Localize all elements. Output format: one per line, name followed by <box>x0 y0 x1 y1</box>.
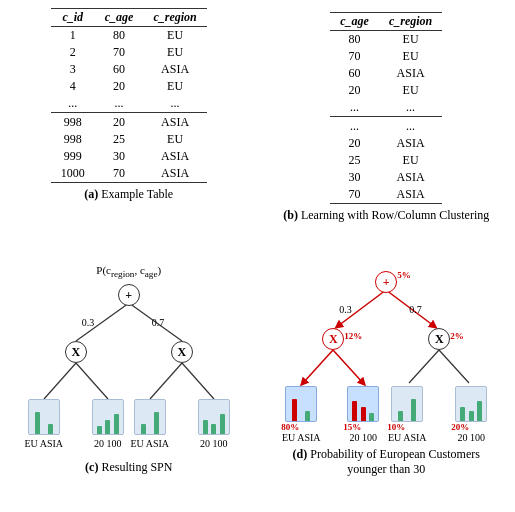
spn-diagram-d: + 5% 0.3 0.7 X X 12% 2% <box>271 268 501 443</box>
table-row: 60ASIA <box>330 65 442 82</box>
weight-right-d: 0.7 <box>409 304 422 315</box>
panel-a-label: (a) Example Table <box>84 187 173 202</box>
pct-leaf-20: 20% <box>451 422 469 432</box>
leaf-eu-left-d <box>285 386 317 422</box>
table-row: 270EU <box>51 44 207 61</box>
weight-right-c: 0.7 <box>152 317 165 328</box>
svg-line-4 <box>150 363 182 399</box>
panel-c-label: (c) Resulting SPN <box>85 460 172 475</box>
table-row: 80EU <box>330 31 442 49</box>
table-row: 360ASIA <box>51 61 207 78</box>
leaf-age-left <box>92 399 124 435</box>
svg-line-2 <box>44 363 76 399</box>
pct-leaf-10: 10% <box>387 422 405 432</box>
col-cregion-b: c_region <box>379 13 442 31</box>
svg-line-9 <box>333 350 363 383</box>
leaf-age-right <box>198 399 230 435</box>
table-b: c_age c_region 80EU 70EU 60ASIA 20EU ...… <box>330 12 442 204</box>
panel-d-label: (d) Probability of European Customers yo… <box>276 447 496 477</box>
table-row: ...... <box>330 99 442 117</box>
table-row: 99930ASIA <box>51 148 207 165</box>
svg-line-3 <box>76 363 108 399</box>
main-grid: c_id c_age c_region 180EU 270EU 360ASIA … <box>0 0 515 512</box>
svg-line-5 <box>182 363 214 399</box>
pct-xl: 12% <box>344 331 362 341</box>
spn-title: P(cregion, cage) <box>96 264 161 279</box>
svg-line-10 <box>409 350 439 383</box>
table-row: 20ASIA <box>330 135 442 152</box>
pct-leaf-15: 15% <box>343 422 361 432</box>
table-a: c_id c_age c_region 180EU 270EU 360ASIA … <box>51 8 207 183</box>
leaf-label-age-left: 20 100 <box>86 438 130 449</box>
spn-diagram-c: + 0.3 0.7 X X <box>14 281 244 456</box>
table-row: 100070ASIA <box>51 165 207 183</box>
pct-xr: 2% <box>450 331 464 341</box>
pct-root: 5% <box>397 270 411 280</box>
col-cage: c_age <box>95 9 144 27</box>
panel-b-label: (b) Learning with Row/Col­umn Clustering <box>283 208 489 223</box>
table-row: ...... <box>330 117 442 136</box>
leaf-label-age-right-d: 20 100 <box>449 432 493 443</box>
leaf-eu-right <box>134 399 166 435</box>
panel-c: P(cregion, cage) + 0.3 0.7 X X <box>0 256 258 512</box>
table-row: 70ASIA <box>330 186 442 204</box>
table-row: 25EU <box>330 152 442 169</box>
leaf-label-eu-right: EU ASIA <box>128 438 172 449</box>
weight-left-d: 0.3 <box>339 304 352 315</box>
root-plus-node: + <box>118 284 140 306</box>
svg-line-11 <box>439 350 469 383</box>
table-row: ......... <box>51 95 207 113</box>
col-cage-b: c_age <box>330 13 379 31</box>
table-row: 99825EU <box>51 131 207 148</box>
leaf-eu-left <box>28 399 60 435</box>
table-row: 70EU <box>330 48 442 65</box>
leaf-label-eu-left-d: EU ASIA <box>279 432 323 443</box>
pct-leaf-80: 80% <box>281 422 299 432</box>
leaf-age-right-d <box>455 386 487 422</box>
leaf-age-left-d <box>347 386 379 422</box>
left-x-node: X <box>65 341 87 363</box>
right-x-node: X <box>171 341 193 363</box>
col-cid: c_id <box>51 9 95 27</box>
leaf-label-eu-left: EU ASIA <box>22 438 66 449</box>
table-row: 30ASIA <box>330 169 442 186</box>
table-row: 20EU <box>330 82 442 99</box>
leaf-eu-right-d <box>391 386 423 422</box>
leaf-label-age-right: 20 100 <box>192 438 236 449</box>
panel-d: + 5% 0.3 0.7 X X 12% 2% <box>258 256 516 512</box>
col-cregion: c_region <box>143 9 206 27</box>
table-row: 180EU <box>51 27 207 45</box>
svg-line-8 <box>303 350 333 383</box>
table-row: 420EU <box>51 78 207 95</box>
weight-left-c: 0.3 <box>82 317 95 328</box>
table-row: 99820ASIA <box>51 113 207 132</box>
leaf-label-eu-right-d: EU ASIA <box>385 432 429 443</box>
panel-b: c_age c_region 80EU 70EU 60ASIA 20EU ...… <box>258 0 516 256</box>
panel-a: c_id c_age c_region 180EU 270EU 360ASIA … <box>0 0 258 256</box>
leaf-label-age-left-d: 20 100 <box>341 432 385 443</box>
